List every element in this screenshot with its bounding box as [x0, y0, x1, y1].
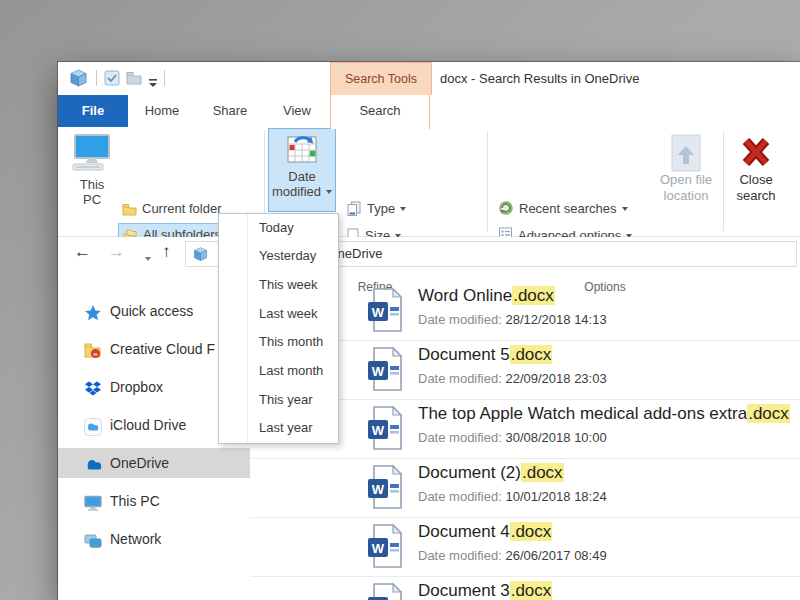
qat-separator [164, 70, 165, 86]
sidebar-item-label: iCloud Drive [110, 410, 186, 440]
svg-text:W: W [372, 305, 385, 320]
type-button[interactable]: Type [346, 197, 406, 221]
date-modified-button[interactable]: Date modified [268, 128, 336, 212]
menu-item-last-month[interactable]: Last month [259, 357, 323, 385]
app-cube-icon[interactable] [68, 68, 89, 93]
file-ext-highlight: .docx [510, 581, 553, 600]
file-ext-highlight: .docx [510, 345, 553, 364]
group-separator [723, 131, 724, 231]
type-label: Type [367, 201, 395, 216]
date-label: Date modified: [418, 489, 502, 504]
history-caret-icon[interactable] [140, 249, 151, 267]
file-name: Document 5 [418, 345, 510, 364]
svg-text:W: W [372, 423, 385, 438]
icloud-icon [84, 416, 102, 440]
file-ext-highlight: .docx [510, 522, 553, 541]
explorer-window: Search Tools docx - Search Results in On… [58, 62, 800, 600]
menu-item-last-year[interactable]: Last year [259, 414, 312, 442]
date-modified-label-line1: Date [288, 169, 315, 184]
new-folder-icon[interactable] [126, 70, 142, 90]
date-value: 28/12/2018 14:13 [505, 312, 606, 327]
this-pc-label-line1: This [80, 177, 105, 192]
sidebar-item-onedrive[interactable]: OneDrive [58, 448, 250, 478]
result-title: Word Online.docx [418, 286, 555, 306]
date-value: 22/09/2018 23:03 [505, 371, 606, 386]
open-file-location-label-line1: Open file [660, 172, 712, 187]
sidebar-item-label: OneDrive [110, 448, 169, 478]
word-doc-icon: W [366, 287, 404, 337]
properties-icon[interactable] [104, 70, 120, 90]
result-date: Date modified: 26/06/2017 08:49 [418, 548, 607, 563]
tab-file[interactable]: File [58, 95, 128, 127]
menu-item-this-month[interactable]: This month [259, 328, 323, 356]
result-title: Document 5.docx [418, 345, 552, 365]
result-title: The top Apple Watch medical add-ons extr… [418, 404, 790, 424]
date-label: Date modified: [418, 430, 502, 445]
tab-view[interactable]: View [264, 95, 330, 127]
current-folder-button[interactable]: Current folder [122, 197, 221, 221]
customize-caret-icon[interactable] [148, 74, 158, 92]
current-folder-label: Current folder [142, 201, 221, 216]
close-search-button[interactable]: Close search [726, 130, 786, 230]
address-location-icon [192, 246, 209, 267]
title-bar: Search Tools docx - Search Results in On… [58, 62, 800, 95]
date-value: 10/01/2018 18:24 [505, 489, 606, 504]
file-ext-highlight: .docx [512, 286, 555, 305]
sidebar-item-label: Network [110, 524, 161, 554]
group-separator [487, 131, 488, 231]
word-doc-icon: W [366, 464, 404, 514]
open-file-location-button[interactable]: Open file location [646, 130, 726, 230]
tab-home[interactable]: Home [128, 95, 196, 127]
sidebar-item-label: Dropbox [110, 372, 163, 402]
creative-cloud-icon: ∞ [84, 340, 102, 364]
menu-item-last-week[interactable]: Last week [259, 300, 318, 328]
sidebar-item-this-pc[interactable]: This PC [58, 486, 250, 516]
svg-text:W: W [372, 482, 385, 497]
file-name: Document 4 [418, 522, 510, 541]
network-icon [84, 530, 102, 554]
navigation-bar: ← → ↑ Search Results in OneDrive [58, 237, 800, 272]
word-doc-icon: W [366, 405, 404, 455]
menu-item-today[interactable]: Today [259, 214, 294, 242]
close-search-label-line1: Close [739, 172, 772, 187]
dropdown-caret-icon [622, 207, 628, 211]
result-row[interactable]: W Document (2).docx Date modified: 10/01… [250, 459, 800, 518]
dropdown-caret-icon [326, 190, 332, 194]
ribbon: This PC Current folder All subfolders [58, 127, 800, 237]
date-value: 30/08/2018 10:00 [505, 430, 606, 445]
file-name: Document 3 [418, 581, 510, 600]
svg-text:W: W [372, 541, 385, 556]
result-row[interactable]: W Document 3.docx [250, 577, 800, 600]
date-modified-menu: Today Yesterday This week Last week This… [218, 213, 339, 444]
date-value: 26/06/2017 08:49 [505, 548, 606, 563]
result-title: Document 3.docx [418, 581, 552, 600]
desktop-background: Search Tools docx - Search Results in On… [0, 0, 800, 600]
file-name: The top Apple Watch medical add-ons extr… [418, 404, 747, 423]
qat-separator [96, 70, 97, 86]
sidebar-item-network[interactable]: Network [58, 524, 250, 554]
up-arrow-icon[interactable]: ↑ [162, 242, 171, 262]
this-pc-button[interactable]: This PC [66, 130, 118, 212]
word-doc-icon: W [366, 582, 404, 600]
result-date: Date modified: 30/08/2018 10:00 [418, 430, 607, 445]
dropdown-caret-icon [400, 207, 406, 211]
file-ext-highlight: .docx [521, 463, 564, 482]
back-arrow-icon[interactable]: ← [74, 242, 91, 262]
result-title: Document (2).docx [418, 463, 564, 483]
result-date: Date modified: 28/12/2018 14:13 [418, 312, 607, 327]
file-name: Document (2) [418, 463, 521, 482]
recent-searches-button[interactable]: Recent searches [498, 197, 628, 221]
forward-arrow-icon[interactable]: → [108, 242, 125, 262]
tab-search[interactable]: Search [330, 95, 430, 129]
close-x-icon [740, 136, 772, 172]
menu-item-this-week[interactable]: This week [259, 271, 318, 299]
menu-item-this-year[interactable]: This year [259, 386, 312, 414]
open-file-location-label-line2: location [664, 188, 709, 203]
menu-item-yesterday[interactable]: Yesterday [259, 242, 316, 270]
window-title: docx - Search Results in OneDrive [440, 62, 639, 95]
result-date: Date modified: 22/09/2018 23:03 [418, 371, 607, 386]
tab-share[interactable]: Share [196, 95, 264, 127]
result-row[interactable]: W Document 4.docx Date modified: 26/06/2… [250, 518, 800, 577]
folder-icon [122, 200, 137, 224]
word-doc-icon: W [366, 523, 404, 573]
